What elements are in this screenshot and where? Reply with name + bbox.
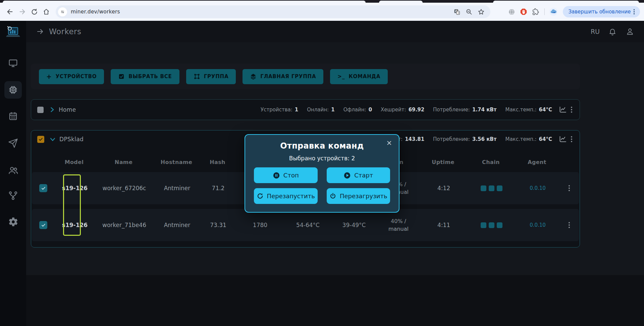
power-icon xyxy=(329,193,336,200)
language-switch[interactable]: RU xyxy=(591,28,600,35)
home-group-checkbox[interactable] xyxy=(37,107,44,113)
browser-chrome: miner.dev/workers G文 xyxy=(0,0,644,21)
site-settings-icon[interactable] xyxy=(58,7,67,16)
pause-icon xyxy=(273,172,280,179)
checkbox-checked-icon xyxy=(118,73,125,80)
row-menu-icon[interactable] xyxy=(567,221,571,229)
globe-extension-icon[interactable] xyxy=(505,6,518,18)
sidebar-item-send[interactable] xyxy=(4,134,22,152)
group-menu-icon[interactable] xyxy=(570,135,574,144)
sidebar-item-schedule[interactable] xyxy=(4,107,22,125)
group-button[interactable]: ГРУППА xyxy=(186,69,236,84)
start-button[interactable]: Старт xyxy=(327,167,390,183)
browser-menu-icon[interactable] xyxy=(631,7,638,16)
adblock-icon[interactable] xyxy=(518,6,530,18)
sidebar xyxy=(0,21,26,326)
group-select-icon xyxy=(194,73,200,80)
select-all-button[interactable]: ВЫБРАТЬ ВСЕ xyxy=(111,69,179,84)
chain-boards xyxy=(467,222,516,228)
browser-tab[interactable] xyxy=(493,1,639,3)
translate-icon[interactable]: G文 xyxy=(451,6,463,18)
actions-toolbar: + УСТРОЙСТВО ВЫБРАТЬ ВСЕ ГРУППА ГЛАВНАЯ … xyxy=(31,64,580,89)
agent-version-link[interactable]: 0.0.10 xyxy=(516,222,559,228)
sidebar-item-users[interactable] xyxy=(4,162,22,179)
group-panel-home: Home Устройства:1 Онлайн:1 Офлайн:0 Хешр… xyxy=(31,99,580,120)
plus-icon: + xyxy=(46,73,52,80)
relaunch-update-label: Завершить обновление xyxy=(568,9,631,15)
play-icon xyxy=(343,172,351,179)
add-device-button[interactable]: + УСТРОЙСТВО xyxy=(39,69,104,84)
main-group-button[interactable]: ГЛАВНАЯ ГРУППА xyxy=(243,69,323,84)
sidebar-item-workers[interactable] xyxy=(4,81,22,99)
restart-button[interactable]: Перезапустить xyxy=(254,188,318,204)
sidebar-item-network[interactable] xyxy=(4,187,22,204)
browser-toolbar: miner.dev/workers G文 xyxy=(0,3,644,21)
reload-icon[interactable] xyxy=(28,6,40,18)
chart-icon[interactable] xyxy=(558,105,568,114)
group-name[interactable]: Home xyxy=(59,106,76,113)
toolbar-separator xyxy=(544,8,545,15)
url-text[interactable]: miner.dev/workers xyxy=(71,9,120,15)
back-icon[interactable] xyxy=(4,6,16,18)
page-title: Workers xyxy=(49,27,82,36)
stop-button[interactable]: Стоп xyxy=(254,167,318,183)
sidebar-item-dashboard[interactable] xyxy=(4,54,22,72)
forward-icon[interactable] xyxy=(16,6,28,18)
group-menu-icon[interactable] xyxy=(570,105,574,114)
profile-avatar[interactable] xyxy=(547,6,559,18)
modal-subtitle: Выбрано устройств: 2 xyxy=(245,155,399,162)
worker-row[interactable]: s19-126 worker_71be46 Antminer 73.31 178… xyxy=(32,209,579,241)
bookmark-star-icon[interactable] xyxy=(475,6,487,18)
modal-title: Отправка команд xyxy=(245,141,399,151)
layers-icon xyxy=(250,73,257,80)
zoom-out-icon[interactable] xyxy=(463,6,475,18)
group-name[interactable]: DPSklad xyxy=(59,136,84,143)
home-icon[interactable] xyxy=(40,6,52,18)
collapse-arrow-icon[interactable] xyxy=(36,28,44,36)
sidebar-item-settings[interactable] xyxy=(4,213,22,230)
send-commands-modal: × Отправка команд Выбрано устройств: 2 С… xyxy=(245,134,399,213)
reboot-button[interactable]: Перезагрузить xyxy=(327,188,390,204)
worker-checkbox[interactable] xyxy=(39,184,47,192)
app-header: Workers RU xyxy=(26,21,644,42)
worker-checkbox[interactable] xyxy=(39,221,47,229)
close-icon[interactable]: × xyxy=(386,140,392,147)
chevron-right-icon[interactable] xyxy=(49,106,55,113)
notifications-bell-icon[interactable] xyxy=(608,27,617,36)
command-button[interactable]: >_ КОМАНДА xyxy=(330,69,388,84)
browser-tab[interactable] xyxy=(3,1,366,3)
restart-icon xyxy=(257,193,264,200)
chart-icon[interactable] xyxy=(558,134,568,144)
address-bar[interactable]: miner.dev/workers G文 xyxy=(56,5,490,18)
app-logo[interactable] xyxy=(4,24,22,42)
group-stats: Устройства:1 Онлайн:1 Офлайн:0 Хешрейт:6… xyxy=(261,107,552,113)
terminal-icon: >_ xyxy=(337,73,345,79)
agent-version-link[interactable]: 0.0.10 xyxy=(516,185,559,191)
svg-text:文: 文 xyxy=(457,11,460,14)
browser-tabstrip xyxy=(0,0,644,3)
extensions-puzzle-icon[interactable] xyxy=(530,6,542,18)
relaunch-update-button[interactable]: Завершить обновление xyxy=(563,6,640,17)
app-root: Workers RU + УСТРОЙСТВО ВЫБРАТЬ ВСЕ ГРУП… xyxy=(0,21,644,326)
browser-tab[interactable] xyxy=(379,1,423,3)
row-menu-icon[interactable] xyxy=(567,184,571,193)
chain-boards xyxy=(467,185,516,191)
dpsklad-group-checkbox[interactable] xyxy=(37,136,44,143)
user-profile-icon[interactable] xyxy=(625,27,635,36)
chevron-down-icon[interactable] xyxy=(49,136,56,143)
